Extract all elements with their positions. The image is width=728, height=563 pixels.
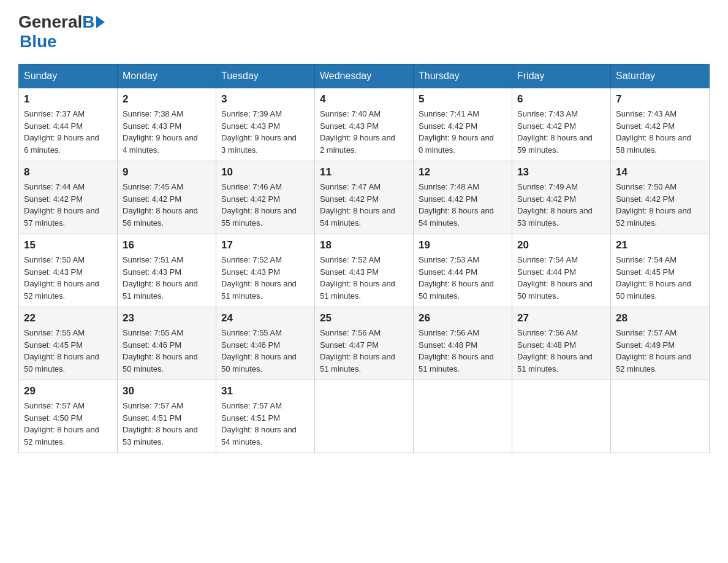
day-info: Sunrise: 7:45 AMSunset: 4:42 PMDaylight:… <box>123 181 211 229</box>
calendar-day-cell: 10Sunrise: 7:46 AMSunset: 4:42 PMDayligh… <box>216 161 315 234</box>
day-number: 11 <box>320 166 408 178</box>
calendar-day-cell: 12Sunrise: 7:48 AMSunset: 4:42 PMDayligh… <box>414 161 512 234</box>
calendar-day-cell: 31Sunrise: 7:57 AMSunset: 4:51 PMDayligh… <box>216 380 315 453</box>
column-header-sunday: Sunday <box>19 64 118 88</box>
calendar-day-cell: 26Sunrise: 7:56 AMSunset: 4:48 PMDayligh… <box>414 307 512 380</box>
day-info: Sunrise: 7:56 AMSunset: 4:48 PMDaylight:… <box>517 327 605 375</box>
empty-cell <box>611 380 710 453</box>
day-info: Sunrise: 7:38 AMSunset: 4:43 PMDaylight:… <box>123 108 211 156</box>
day-info: Sunrise: 7:41 AMSunset: 4:42 PMDaylight:… <box>419 108 507 156</box>
calendar-day-cell: 29Sunrise: 7:57 AMSunset: 4:50 PMDayligh… <box>19 380 118 453</box>
day-info: Sunrise: 7:54 AMSunset: 4:45 PMDaylight:… <box>616 254 704 302</box>
day-number: 23 <box>123 312 211 324</box>
calendar-day-cell: 7Sunrise: 7:43 AMSunset: 4:42 PMDaylight… <box>611 88 710 161</box>
day-number: 20 <box>517 239 605 251</box>
calendar-day-cell: 9Sunrise: 7:45 AMSunset: 4:42 PMDaylight… <box>118 161 216 234</box>
calendar-week-row: 1Sunrise: 7:37 AMSunset: 4:44 PMDaylight… <box>19 88 710 161</box>
column-header-thursday: Thursday <box>414 64 512 88</box>
day-info: Sunrise: 7:56 AMSunset: 4:48 PMDaylight:… <box>419 327 507 375</box>
calendar-day-cell: 5Sunrise: 7:41 AMSunset: 4:42 PMDaylight… <box>414 88 512 161</box>
logo-blue-part: B <box>82 12 105 32</box>
column-header-wednesday: Wednesday <box>315 64 414 88</box>
day-info: Sunrise: 7:43 AMSunset: 4:42 PMDaylight:… <box>517 108 605 156</box>
day-number: 7 <box>616 93 704 105</box>
day-info: Sunrise: 7:55 AMSunset: 4:45 PMDaylight:… <box>24 327 112 375</box>
column-header-friday: Friday <box>512 64 611 88</box>
day-info: Sunrise: 7:52 AMSunset: 4:43 PMDaylight:… <box>320 254 408 302</box>
calendar-day-cell: 2Sunrise: 7:38 AMSunset: 4:43 PMDaylight… <box>118 88 216 161</box>
day-number: 19 <box>419 239 507 251</box>
day-info: Sunrise: 7:57 AMSunset: 4:49 PMDaylight:… <box>616 327 704 375</box>
day-number: 27 <box>517 312 605 324</box>
day-number: 10 <box>221 166 309 178</box>
calendar-day-cell: 19Sunrise: 7:53 AMSunset: 4:44 PMDayligh… <box>414 234 512 307</box>
column-header-monday: Monday <box>118 64 216 88</box>
calendar-day-cell: 15Sunrise: 7:50 AMSunset: 4:43 PMDayligh… <box>19 234 118 307</box>
day-info: Sunrise: 7:55 AMSunset: 4:46 PMDaylight:… <box>123 327 211 375</box>
day-number: 24 <box>221 312 309 324</box>
calendar-day-cell: 23Sunrise: 7:55 AMSunset: 4:46 PMDayligh… <box>118 307 216 380</box>
calendar-day-cell: 6Sunrise: 7:43 AMSunset: 4:42 PMDaylight… <box>512 88 611 161</box>
calendar-day-cell: 30Sunrise: 7:57 AMSunset: 4:51 PMDayligh… <box>118 380 216 453</box>
day-number: 26 <box>419 312 507 324</box>
day-number: 16 <box>123 239 211 251</box>
day-number: 18 <box>320 239 408 251</box>
empty-cell <box>414 380 512 453</box>
day-info: Sunrise: 7:57 AMSunset: 4:50 PMDaylight:… <box>24 400 112 448</box>
day-number: 25 <box>320 312 408 324</box>
day-info: Sunrise: 7:56 AMSunset: 4:47 PMDaylight:… <box>320 327 408 375</box>
day-number: 3 <box>221 93 309 105</box>
day-info: Sunrise: 7:57 AMSunset: 4:51 PMDaylight:… <box>123 400 211 448</box>
calendar-header-row: SundayMondayTuesdayWednesdayThursdayFrid… <box>19 64 710 88</box>
logo: General B Blue <box>18 12 106 52</box>
calendar-day-cell: 1Sunrise: 7:37 AMSunset: 4:44 PMDaylight… <box>19 88 118 161</box>
column-header-tuesday: Tuesday <box>216 64 315 88</box>
day-info: Sunrise: 7:50 AMSunset: 4:42 PMDaylight:… <box>616 181 704 229</box>
calendar-day-cell: 18Sunrise: 7:52 AMSunset: 4:43 PMDayligh… <box>315 234 414 307</box>
day-number: 9 <box>123 166 211 178</box>
empty-cell <box>512 380 611 453</box>
logo-general-text: General <box>18 12 82 32</box>
day-number: 5 <box>419 93 507 105</box>
calendar-week-row: 8Sunrise: 7:44 AMSunset: 4:42 PMDaylight… <box>19 161 710 234</box>
day-info: Sunrise: 7:40 AMSunset: 4:43 PMDaylight:… <box>320 108 408 156</box>
day-number: 28 <box>616 312 704 324</box>
calendar-day-cell: 25Sunrise: 7:56 AMSunset: 4:47 PMDayligh… <box>315 307 414 380</box>
day-number: 4 <box>320 93 408 105</box>
logo-blue-word: Blue <box>20 32 57 51</box>
day-number: 15 <box>24 239 112 251</box>
day-info: Sunrise: 7:53 AMSunset: 4:44 PMDaylight:… <box>419 254 507 302</box>
day-number: 6 <box>517 93 605 105</box>
calendar-day-cell: 16Sunrise: 7:51 AMSunset: 4:43 PMDayligh… <box>118 234 216 307</box>
day-info: Sunrise: 7:52 AMSunset: 4:43 PMDaylight:… <box>221 254 309 302</box>
column-header-saturday: Saturday <box>611 64 710 88</box>
day-info: Sunrise: 7:57 AMSunset: 4:51 PMDaylight:… <box>221 400 309 448</box>
day-info: Sunrise: 7:51 AMSunset: 4:43 PMDaylight:… <box>123 254 211 302</box>
day-info: Sunrise: 7:55 AMSunset: 4:46 PMDaylight:… <box>221 327 309 375</box>
calendar-day-cell: 4Sunrise: 7:40 AMSunset: 4:43 PMDaylight… <box>315 88 414 161</box>
day-number: 14 <box>616 166 704 178</box>
day-number: 21 <box>616 239 704 251</box>
day-info: Sunrise: 7:37 AMSunset: 4:44 PMDaylight:… <box>24 108 112 156</box>
calendar-week-row: 22Sunrise: 7:55 AMSunset: 4:45 PMDayligh… <box>19 307 710 380</box>
day-info: Sunrise: 7:46 AMSunset: 4:42 PMDaylight:… <box>221 181 309 229</box>
day-number: 17 <box>221 239 309 251</box>
page-header: General B Blue <box>18 12 710 52</box>
calendar-day-cell: 13Sunrise: 7:49 AMSunset: 4:42 PMDayligh… <box>512 161 611 234</box>
day-number: 1 <box>24 93 112 105</box>
calendar-table: SundayMondayTuesdayWednesdayThursdayFrid… <box>18 64 710 453</box>
day-number: 13 <box>517 166 605 178</box>
day-info: Sunrise: 7:47 AMSunset: 4:42 PMDaylight:… <box>320 181 408 229</box>
calendar-day-cell: 17Sunrise: 7:52 AMSunset: 4:43 PMDayligh… <box>216 234 315 307</box>
day-number: 29 <box>24 385 112 397</box>
day-number: 2 <box>123 93 211 105</box>
day-number: 12 <box>419 166 507 178</box>
day-number: 30 <box>123 385 211 397</box>
calendar-day-cell: 24Sunrise: 7:55 AMSunset: 4:46 PMDayligh… <box>216 307 315 380</box>
calendar-day-cell: 8Sunrise: 7:44 AMSunset: 4:42 PMDaylight… <box>19 161 118 234</box>
empty-cell <box>315 380 414 453</box>
day-number: 8 <box>24 166 112 178</box>
calendar-week-row: 29Sunrise: 7:57 AMSunset: 4:50 PMDayligh… <box>19 380 710 453</box>
day-info: Sunrise: 7:48 AMSunset: 4:42 PMDaylight:… <box>419 181 507 229</box>
calendar-day-cell: 22Sunrise: 7:55 AMSunset: 4:45 PMDayligh… <box>19 307 118 380</box>
